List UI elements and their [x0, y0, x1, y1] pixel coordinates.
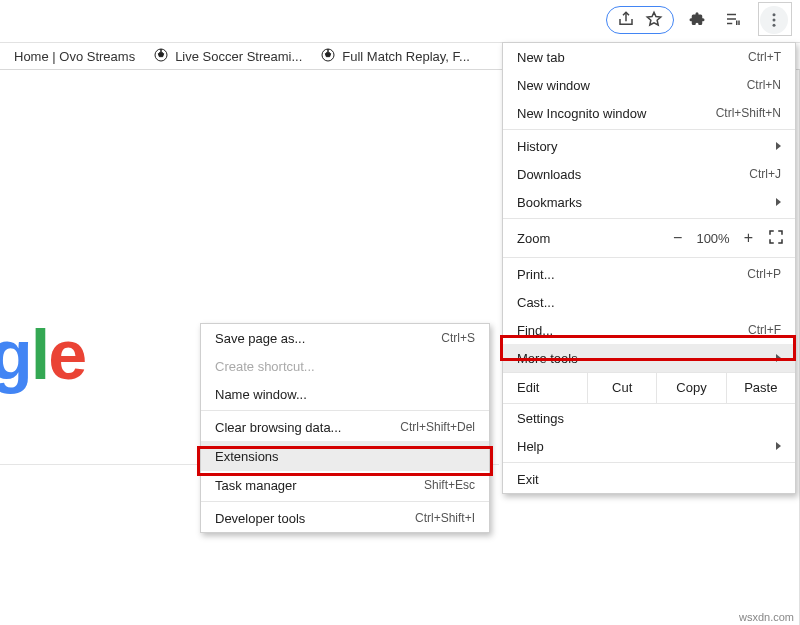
menu-edit-row: Edit Cut Copy Paste [503, 372, 795, 404]
bookmark-item[interactable]: Live Soccer Streami... [153, 47, 302, 66]
menu-label: Extensions [215, 449, 279, 464]
menu-label: Zoom [517, 231, 673, 246]
bookmark-item[interactable]: Home | Ovo Streams [14, 49, 135, 64]
edit-cut-button[interactable]: Cut [587, 373, 656, 403]
zoom-in-button[interactable]: + [744, 229, 753, 247]
bookmark-item[interactable]: Full Match Replay, F... [320, 47, 470, 66]
zoom-controls: − 100% + [673, 228, 785, 249]
bookmark-label: Full Match Replay, F... [342, 49, 470, 64]
menu-label: Save page as... [215, 331, 305, 346]
menu-more-tools[interactable]: More tools [503, 344, 795, 372]
menu-label: Edit [503, 373, 587, 403]
fullscreen-icon[interactable] [767, 228, 785, 249]
menu-label: Print... [517, 267, 555, 282]
menu-zoom: Zoom − 100% + [503, 221, 795, 255]
menu-label: Downloads [517, 167, 581, 182]
edit-copy-button[interactable]: Copy [656, 373, 725, 403]
menu-new-window[interactable]: New window Ctrl+N [503, 71, 795, 99]
menu-label: Settings [517, 411, 564, 426]
omnibox-actions [606, 6, 674, 34]
menu-label: Find... [517, 323, 553, 338]
chevron-right-icon [776, 442, 781, 450]
svg-point-0 [773, 13, 776, 16]
menu-label: Bookmarks [517, 195, 582, 210]
menu-shortcut: Ctrl+P [747, 267, 781, 281]
menu-label: Help [517, 439, 544, 454]
menu-separator [201, 501, 489, 502]
menu-label: New window [517, 78, 590, 93]
submenu-task-manager[interactable]: Task manager Shift+Esc [201, 471, 489, 499]
menu-downloads[interactable]: Downloads Ctrl+J [503, 160, 795, 188]
share-icon[interactable] [617, 10, 635, 31]
menu-history[interactable]: History [503, 132, 795, 160]
chevron-right-icon [776, 198, 781, 206]
submenu-save-page[interactable]: Save page as... Ctrl+S [201, 324, 489, 352]
chevron-right-icon [776, 354, 781, 362]
kebab-menu-button[interactable] [760, 6, 788, 34]
menu-exit[interactable]: Exit [503, 465, 795, 493]
more-tools-submenu: Save page as... Ctrl+S Create shortcut..… [200, 323, 490, 533]
logo-letter: e [48, 315, 85, 395]
menu-label: Task manager [215, 478, 297, 493]
submenu-extensions[interactable]: Extensions [201, 441, 489, 471]
menu-shortcut: Ctrl+J [749, 167, 781, 181]
star-icon[interactable] [645, 10, 663, 31]
menu-separator [201, 410, 489, 411]
google-logo-fragment: g l e [0, 315, 85, 395]
submenu-create-shortcut: Create shortcut... [201, 352, 489, 380]
chevron-right-icon [776, 142, 781, 150]
menu-label: Create shortcut... [215, 359, 315, 374]
logo-letter: l [31, 315, 48, 395]
menu-separator [503, 462, 795, 463]
menu-separator [503, 218, 795, 219]
menu-separator [503, 257, 795, 258]
menu-label: New Incognito window [517, 106, 646, 121]
bookmark-label: Home | Ovo Streams [14, 49, 135, 64]
menu-print[interactable]: Print... Ctrl+P [503, 260, 795, 288]
menu-label: Cast... [517, 295, 555, 310]
zoom-value: 100% [696, 231, 729, 246]
submenu-clear-browsing-data[interactable]: Clear browsing data... Ctrl+Shift+Del [201, 413, 489, 441]
menu-shortcut: Ctrl+N [747, 78, 781, 92]
watermark: wsxdn.com [739, 611, 794, 623]
menu-separator [503, 129, 795, 130]
menu-shortcut: Ctrl+F [748, 323, 781, 337]
menu-shortcut: Ctrl+S [441, 331, 475, 345]
menu-help[interactable]: Help [503, 432, 795, 460]
menu-bookmarks[interactable]: Bookmarks [503, 188, 795, 216]
menu-label: New tab [517, 50, 565, 65]
menu-new-tab[interactable]: New tab Ctrl+T [503, 43, 795, 71]
media-control-icon[interactable] [724, 10, 742, 31]
toolbar-icons [688, 6, 788, 34]
menu-label: Developer tools [215, 511, 305, 526]
edit-paste-button[interactable]: Paste [726, 373, 795, 403]
omnibox-row [0, 6, 800, 34]
menu-label: More tools [517, 351, 578, 366]
zoom-out-button[interactable]: − [673, 229, 682, 247]
soccer-icon [320, 47, 336, 66]
menu-settings[interactable]: Settings [503, 404, 795, 432]
menu-cast[interactable]: Cast... [503, 288, 795, 316]
menu-shortcut: Ctrl+Shift+I [415, 511, 475, 525]
menu-label: Clear browsing data... [215, 420, 341, 435]
menu-shortcut: Ctrl+Shift+N [716, 106, 781, 120]
menu-label: Name window... [215, 387, 307, 402]
extensions-puzzle-icon[interactable] [688, 10, 706, 31]
menu-label: History [517, 139, 557, 154]
svg-point-2 [773, 24, 776, 27]
menu-label: Exit [517, 472, 539, 487]
soccer-icon [153, 47, 169, 66]
submenu-name-window[interactable]: Name window... [201, 380, 489, 408]
menu-incognito[interactable]: New Incognito window Ctrl+Shift+N [503, 99, 795, 127]
menu-shortcut: Ctrl+T [748, 50, 781, 64]
logo-letter: g [0, 315, 31, 395]
menu-shortcut: Ctrl+Shift+Del [400, 420, 475, 434]
submenu-developer-tools[interactable]: Developer tools Ctrl+Shift+I [201, 504, 489, 532]
svg-point-1 [773, 19, 776, 22]
bookmark-label: Live Soccer Streami... [175, 49, 302, 64]
menu-find[interactable]: Find... Ctrl+F [503, 316, 795, 344]
chrome-main-menu: New tab Ctrl+T New window Ctrl+N New Inc… [502, 42, 796, 494]
menu-shortcut: Shift+Esc [424, 478, 475, 492]
